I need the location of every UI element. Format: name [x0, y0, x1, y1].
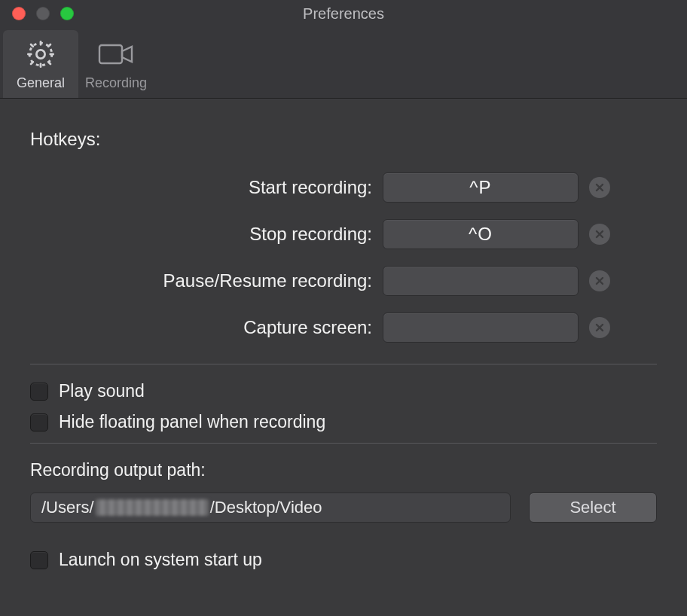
- minimize-window-button[interactable]: [36, 7, 50, 20]
- titlebar: Preferences: [0, 0, 687, 27]
- hotkey-row-capture: Capture screen:: [30, 313, 657, 343]
- hotkey-row-stop: Stop recording: ^O: [30, 219, 657, 249]
- gear-icon: [25, 38, 56, 71]
- hotkey-pause-input[interactable]: [383, 266, 579, 296]
- tab-general-label: General: [17, 75, 65, 91]
- general-pane: Hotkeys: Start recording: ^P Stop record…: [0, 99, 687, 616]
- hotkey-capture-label: Capture screen:: [30, 317, 372, 338]
- close-window-button[interactable]: [12, 7, 26, 20]
- output-path-suffix: /Desktop/Video: [210, 498, 322, 517]
- video-camera-icon: [97, 38, 135, 71]
- play-sound-row: Play sound: [30, 381, 657, 401]
- hotkey-stop-input[interactable]: ^O: [383, 219, 579, 249]
- preferences-window: Preferences General Recording: [0, 0, 687, 616]
- svg-point-0: [36, 50, 44, 58]
- hotkey-row-start: Start recording: ^P: [30, 172, 657, 203]
- hotkey-capture-clear-button[interactable]: [589, 317, 610, 338]
- hotkey-pause-clear-button[interactable]: [589, 270, 610, 291]
- play-sound-checkbox[interactable]: [30, 383, 48, 401]
- window-title: Preferences: [0, 5, 687, 23]
- tab-recording-label: Recording: [85, 75, 147, 91]
- output-path-input[interactable]: /Users//Desktop/Video: [30, 492, 511, 523]
- zoom-window-button[interactable]: [60, 7, 74, 20]
- hotkey-start-input[interactable]: ^P: [383, 172, 579, 203]
- launch-startup-label: Launch on system start up: [59, 550, 262, 570]
- toolbar: General Recording: [0, 27, 687, 99]
- hotkey-stop-clear-button[interactable]: [589, 224, 610, 245]
- tab-general[interactable]: General: [3, 30, 78, 98]
- hotkey-start-clear-button[interactable]: [589, 177, 610, 198]
- separator: [30, 364, 657, 364]
- close-icon: [594, 228, 606, 240]
- close-icon: [594, 181, 606, 194]
- hotkey-row-pause: Pause/Resume recording:: [30, 266, 657, 296]
- output-path-redacted: [96, 499, 209, 516]
- output-path-prefix: /Users/: [41, 498, 94, 517]
- close-icon: [594, 322, 606, 334]
- output-path-label: Recording output path:: [30, 460, 657, 480]
- svg-rect-2: [99, 45, 122, 63]
- hotkey-stop-label: Stop recording:: [30, 224, 372, 245]
- hide-panel-label: Hide floating panel when recording: [59, 412, 325, 432]
- hide-panel-row: Hide floating panel when recording: [30, 412, 657, 432]
- launch-startup-row: Launch on system start up: [30, 550, 657, 570]
- hotkey-start-label: Start recording:: [30, 177, 372, 198]
- separator: [30, 443, 657, 444]
- hotkey-capture-input[interactable]: [383, 313, 579, 343]
- tab-recording[interactable]: Recording: [78, 30, 154, 98]
- play-sound-label: Play sound: [59, 381, 145, 401]
- hide-panel-checkbox[interactable]: [30, 413, 48, 432]
- hotkey-pause-label: Pause/Resume recording:: [30, 270, 372, 291]
- hotkeys-heading: Hotkeys:: [30, 129, 657, 150]
- output-path-row: /Users//Desktop/Video Select: [30, 492, 657, 523]
- select-output-path-button[interactable]: Select: [529, 492, 657, 523]
- close-icon: [594, 275, 606, 287]
- hotkeys-list: Start recording: ^P Stop recording: ^O: [30, 172, 657, 343]
- launch-startup-checkbox[interactable]: [30, 551, 48, 569]
- traffic-lights: [0, 7, 74, 20]
